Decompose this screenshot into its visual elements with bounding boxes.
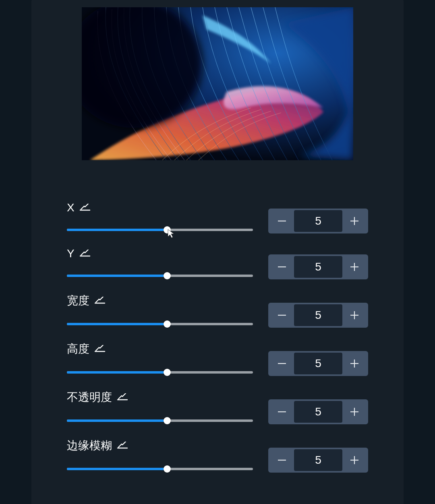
slider-thumb[interactable] [164,226,171,233]
width-label-text: 宽度 [67,293,89,308]
edge-blur-label: 边缘模糊 [67,438,253,453]
height-label: 高度 [67,341,253,357]
slider-thumb[interactable] [164,369,171,376]
width-stepper: 5 [268,303,368,328]
control-row-opacity: 不透明度5 [67,390,368,424]
y-label-text: Y [67,247,75,260]
y-value[interactable]: 5 [294,256,342,278]
edge-blur-value[interactable]: 5 [294,449,342,471]
width-value[interactable]: 5 [294,304,342,326]
height-label-text: 高度 [67,341,89,357]
control-row-y: Y5 [67,247,368,279]
decrement-button[interactable] [270,210,294,232]
increment-button[interactable] [342,449,367,471]
width-slider[interactable] [67,320,253,328]
reset-icon[interactable] [79,204,91,212]
decrement-button[interactable] [270,256,294,278]
increment-button[interactable] [342,401,367,423]
edge-blur-stepper: 5 [268,448,368,473]
y-label: Y [67,247,253,260]
reset-icon[interactable] [79,250,91,258]
reset-icon[interactable] [94,297,106,305]
opacity-slider[interactable] [67,417,253,424]
x-label: X [67,201,253,214]
control-row-width: 宽度5 [67,293,368,328]
x-stepper: 5 [268,209,368,233]
slider-fill [67,468,167,470]
height-value[interactable]: 5 [294,353,342,374]
slider-fill [67,419,167,422]
increment-button[interactable] [342,304,367,326]
control-row-edge-blur: 边缘模糊5 [67,438,368,473]
reset-icon[interactable] [117,442,128,450]
slider-thumb[interactable] [164,465,171,473]
slider-thumb[interactable] [164,320,171,328]
control-row-x: X5 [67,201,368,233]
height-stepper: 5 [268,351,368,376]
slider-thumb[interactable] [164,417,171,424]
x-value[interactable]: 5 [294,210,342,232]
opacity-label: 不透明度 [67,390,253,405]
x-label-text: X [67,201,75,214]
increment-button[interactable] [342,210,367,232]
control-row-height: 高度5 [67,341,368,376]
decrement-button[interactable] [270,353,294,374]
x-slider[interactable] [67,226,253,233]
slider-fill [67,371,167,374]
decrement-button[interactable] [270,304,294,326]
opacity-label-text: 不透明度 [67,390,112,405]
decrement-button[interactable] [270,449,294,471]
increment-button[interactable] [342,353,367,374]
preview-image [82,7,353,160]
reset-icon[interactable] [117,393,128,401]
y-stepper: 5 [268,254,368,279]
width-label: 宽度 [67,293,253,308]
slider-fill [67,229,167,231]
reset-icon[interactable] [94,345,106,353]
settings-panel: X5Y5宽度5高度5不透明度5边缘模糊5 [31,0,404,504]
slider-thumb[interactable] [164,272,171,279]
slider-fill [67,275,167,277]
edge-blur-label-text: 边缘模糊 [67,438,112,453]
opacity-stepper: 5 [268,399,368,424]
y-slider[interactable] [67,272,253,279]
decrement-button[interactable] [270,401,294,423]
opacity-value[interactable]: 5 [294,401,342,423]
edge-blur-slider[interactable] [67,465,253,473]
slider-fill [67,323,167,325]
height-slider[interactable] [67,369,253,376]
increment-button[interactable] [342,256,367,278]
